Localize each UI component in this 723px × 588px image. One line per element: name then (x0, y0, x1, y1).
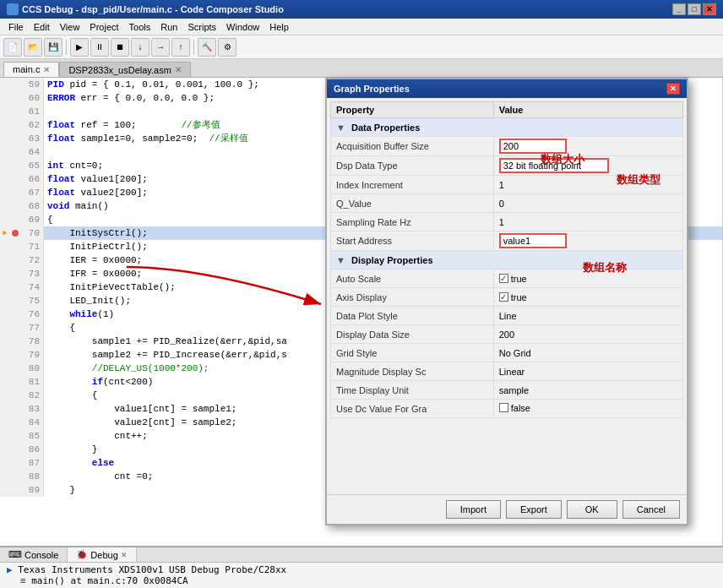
toolbar: 📄 📂 💾 ▶ ⏸ ⏹ ↓ → ↑ 🔨 ⚙ (0, 35, 723, 59)
use-dc-checkbox[interactable]: false (499, 403, 530, 413)
dialog-body: Property Value ▼ Data Properties Acquisi… (327, 98, 687, 494)
tb-save[interactable]: 💾 (44, 38, 63, 57)
line-num-59: 59 (20, 78, 44, 91)
exec-arrow-60 (0, 91, 10, 105)
maximize-button[interactable]: □ (688, 3, 701, 15)
row-use-dc-value: Use Dc Value For Gra false (331, 400, 683, 418)
dialog-title-bar: Graph Properties ✕ (327, 79, 687, 98)
row-auto-scale: Auto Scale true (331, 270, 683, 288)
axis-display-checkbox[interactable]: true (499, 292, 527, 302)
row-time-display: Time Display Unit sample (331, 381, 683, 400)
tb-stop[interactable]: ⏹ (111, 38, 129, 57)
tb-step-into[interactable]: ↓ (131, 38, 149, 57)
menu-project[interactable]: Project (84, 20, 123, 34)
menu-view[interactable]: View (55, 20, 85, 34)
row-magnitude-display: Magnitude Display Sc Linear (331, 362, 683, 381)
export-button[interactable]: Export (506, 500, 562, 519)
section-display-properties: ▼ Display Properties (331, 251, 683, 270)
dialog-close-button[interactable]: ✕ (666, 83, 680, 95)
bottom-content: ▶ Texas Instruments XDS100v1 USB Debug P… (0, 563, 723, 588)
col-property: Property (331, 102, 494, 118)
dialog-footer: Import Export OK Cancel (327, 494, 687, 524)
tb-debug[interactable]: ▶ (70, 38, 89, 57)
bp-marker-70 (10, 226, 20, 240)
menu-edit[interactable]: Edit (29, 20, 55, 34)
tab-close-delay[interactable]: ✕ (175, 65, 182, 74)
line-content-59: PID pid = { 0.1, 0.01, 0.001, 100.0 }; (44, 78, 259, 91)
row-display-data-size: Display Data Size 200 (331, 325, 683, 344)
auto-scale-checkbox[interactable]: true (499, 274, 527, 284)
tab-label-main: main.c (13, 64, 40, 74)
tb-sep2 (193, 40, 194, 55)
auto-scale-check-icon (499, 274, 508, 283)
line-content-70: InitSysCtrl(); (44, 226, 148, 240)
tb-step-return[interactable]: ↑ (171, 38, 190, 57)
exec-arrow-59 (0, 78, 10, 91)
row-dsp-data-type: Dsp Data Type (331, 156, 683, 176)
axis-display-check-icon (499, 292, 508, 302)
bp-marker-60 (10, 91, 20, 105)
tb-new[interactable]: 📄 (3, 38, 22, 57)
tb-open[interactable]: 📂 (24, 38, 42, 57)
console-icon: ⌨ (8, 549, 22, 560)
section-data-properties: ▼ Data Properties (331, 118, 683, 137)
acquisition-buffer-size-input[interactable] (499, 139, 567, 154)
debug-probe-info: ▶ Texas Instruments XDS100v1 USB Debug P… (7, 564, 716, 575)
row-index-increment: Index Increment 1 (331, 176, 683, 194)
tab-label-delay: DSP2833x_usDelay.asm (68, 65, 171, 75)
line-content-60: ERROR err = { 0.0, 0.0, 0.0 }; (44, 91, 215, 105)
debug-location-info: ≡ main() at main.c:70 0x0084CA (7, 575, 716, 586)
tab-main-c[interactable]: main.c ✕ (3, 62, 59, 77)
row-q-value: Q_Value 0 (331, 194, 683, 213)
row-acquisition-buffer-size: Acquisition Buffer Size (331, 137, 683, 156)
row-start-address: Start Address (331, 231, 683, 251)
title-text: CCS Debug - dsp_pid/User/main.c - Code C… (22, 4, 284, 14)
row-grid-style: Grid Style No Grid (331, 344, 683, 362)
tb-build[interactable]: 🔨 (198, 38, 216, 57)
tab-delay-asm[interactable]: DSP2833x_usDelay.asm ✕ (59, 62, 190, 77)
menu-run[interactable]: Run (155, 20, 182, 34)
import-button[interactable]: Import (446, 500, 501, 519)
bottom-tab-bar: ⌨ Console 🐞 Debug ✕ (0, 547, 723, 563)
col-value: Value (493, 102, 682, 118)
row-data-plot-style: Data Plot Style Line (331, 307, 683, 325)
row-axis-display: Axis Display true (331, 288, 683, 307)
menu-bar: File Edit View Project Tools Run Scripts… (0, 19, 723, 35)
title-bar: CCS Debug - dsp_pid/User/main.c - Code C… (0, 0, 723, 19)
close-button[interactable]: ✕ (703, 3, 716, 15)
tb-pause[interactable]: ⏸ (90, 38, 109, 57)
tab-close-main[interactable]: ✕ (43, 65, 50, 74)
debug-icon: 🐞 (76, 549, 88, 560)
bottom-panel: ⌨ Console 🐞 Debug ✕ ▶ Texas Instruments … (0, 546, 723, 588)
use-dc-check-icon (499, 403, 508, 412)
bottom-tab-console[interactable]: ⌨ Console (0, 547, 68, 562)
dialog-title-text: Graph Properties (334, 84, 410, 94)
graph-properties-dialog: Graph Properties ✕ Property Value ▼ Data (325, 78, 688, 525)
debug-close[interactable]: ✕ (121, 551, 128, 559)
menu-file[interactable]: File (3, 20, 29, 34)
properties-table: Property Value ▼ Data Properties Acquisi… (330, 101, 683, 418)
menu-tools[interactable]: Tools (124, 20, 156, 34)
line-num-70: 70 (20, 226, 44, 240)
tb-settings[interactable]: ⚙ (218, 38, 236, 57)
tb-sep1 (66, 40, 67, 55)
menu-help[interactable]: Help (264, 20, 294, 34)
cancel-button[interactable]: Cancel (622, 500, 680, 519)
exec-arrow-70: ▶ (0, 226, 10, 240)
dsp-data-type-input[interactable] (499, 158, 609, 173)
line-num-60: 60 (20, 91, 44, 105)
tb-step-over[interactable]: → (151, 38, 170, 57)
menu-scripts[interactable]: Scripts (182, 20, 221, 34)
tab-bar: main.c ✕ DSP2833x_usDelay.asm ✕ (0, 59, 723, 78)
bp-marker-59 (10, 78, 20, 91)
minimize-button[interactable]: _ (672, 3, 686, 15)
ok-button[interactable]: OK (567, 500, 617, 519)
app-icon (7, 3, 19, 15)
bottom-tab-debug[interactable]: 🐞 Debug ✕ (68, 547, 136, 562)
row-sampling-rate: Sampling Rate Hz 1 (331, 213, 683, 231)
start-address-input[interactable] (499, 233, 567, 248)
window-controls: _ □ ✕ (672, 3, 716, 15)
menu-window[interactable]: Window (221, 20, 264, 34)
main-area: 59 PID pid = { 0.1, 0.01, 0.001, 100.0 }… (0, 78, 723, 546)
